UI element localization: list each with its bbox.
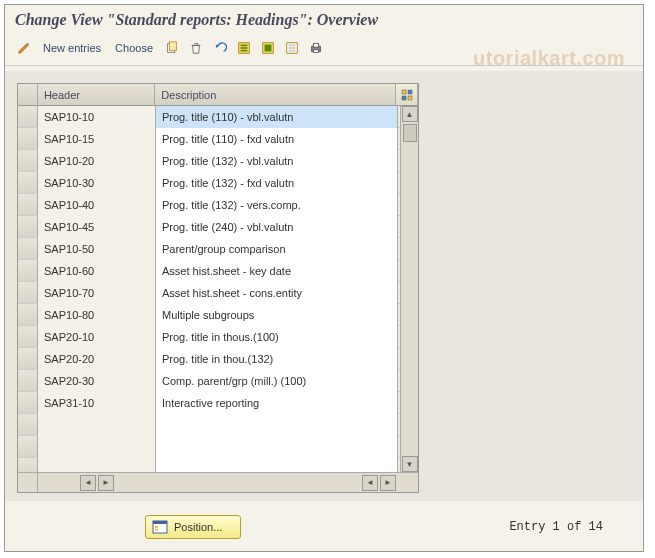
- cell-header[interactable]: SAP10-80: [38, 304, 156, 326]
- cell-description[interactable]: Prog. title (110) - fxd valutn: [156, 128, 398, 150]
- cell-header[interactable]: SAP20-30: [38, 370, 156, 392]
- cell-description[interactable]: Prog. title in thous.(100): [156, 326, 398, 348]
- cell-header[interactable]: SAP20-10: [38, 326, 156, 348]
- cell-description[interactable]: [156, 414, 398, 436]
- row-selector[interactable]: [18, 370, 38, 391]
- entry-status: Entry 1 of 14: [509, 520, 603, 534]
- deselect-all-icon[interactable]: [283, 39, 301, 57]
- row-selector[interactable]: [18, 282, 38, 303]
- select-all-icon[interactable]: [235, 39, 253, 57]
- vertical-scrollbar[interactable]: ▲ ▼: [400, 106, 418, 472]
- table-row[interactable]: SAP10-15Prog. title (110) - fxd valutn: [18, 128, 418, 150]
- scroll-thumb[interactable]: [403, 124, 417, 142]
- svg-rect-18: [408, 96, 412, 100]
- row-selector[interactable]: [18, 238, 38, 259]
- table-row[interactable]: SAP31-10Interactive reporting: [18, 392, 418, 414]
- svg-rect-21: [155, 526, 158, 528]
- table-row[interactable]: SAP10-80Multiple subgroups: [18, 304, 418, 326]
- table-row[interactable]: SAP20-30Comp. parent/grp (mill.) (100): [18, 370, 418, 392]
- table-row[interactable]: SAP10-70Asset hist.sheet - cons.entity: [18, 282, 418, 304]
- column-header-header[interactable]: Header: [38, 84, 155, 106]
- horizontal-scrollbar[interactable]: ◄ ► ◄ ►: [18, 472, 418, 492]
- cell-header[interactable]: SAP10-60: [38, 260, 156, 282]
- row-selector[interactable]: [18, 304, 38, 325]
- row-selector[interactable]: [18, 150, 38, 171]
- cell-description[interactable]: Prog. title (132) - vers.comp.: [156, 194, 398, 216]
- cell-header[interactable]: SAP10-45: [38, 216, 156, 238]
- cell-header[interactable]: SAP10-20: [38, 150, 156, 172]
- svg-rect-20: [153, 521, 167, 524]
- delete-icon[interactable]: [187, 39, 205, 57]
- cell-header[interactable]: SAP10-30: [38, 172, 156, 194]
- table-row[interactable]: SAP10-40Prog. title (132) - vers.comp.: [18, 194, 418, 216]
- table-row[interactable]: SAP10-30Prog. title (132) - fxd valutn: [18, 172, 418, 194]
- row-selector[interactable]: [18, 436, 38, 457]
- cell-header[interactable]: [38, 414, 156, 436]
- scroll-up-icon[interactable]: ▲: [402, 106, 418, 122]
- cell-header[interactable]: SAP10-40: [38, 194, 156, 216]
- svg-rect-10: [289, 47, 296, 49]
- svg-rect-7: [265, 45, 272, 52]
- table-row[interactable]: [18, 414, 418, 436]
- table-row[interactable]: [18, 436, 418, 458]
- row-selector[interactable]: [18, 260, 38, 281]
- svg-rect-15: [402, 90, 406, 94]
- data-grid: Header Description SAP10-10Prog. title (…: [17, 83, 419, 493]
- choose-button[interactable]: Choose: [111, 42, 157, 54]
- svg-rect-5: [241, 50, 248, 52]
- copy-icon[interactable]: [163, 39, 181, 57]
- cell-description[interactable]: Prog. title (132) - vbl.valutn: [156, 150, 398, 172]
- cell-description[interactable]: Parent/group comparison: [156, 238, 398, 260]
- cell-description[interactable]: [156, 436, 398, 458]
- cell-header[interactable]: SAP20-20: [38, 348, 156, 370]
- cell-header[interactable]: SAP10-15: [38, 128, 156, 150]
- row-selector[interactable]: [18, 348, 38, 369]
- table-row[interactable]: SAP20-10Prog. title in thous.(100): [18, 326, 418, 348]
- cell-description[interactable]: Prog. title (132) - fxd valutn: [156, 172, 398, 194]
- row-selector[interactable]: [18, 194, 38, 215]
- row-selector[interactable]: [18, 392, 38, 413]
- table-row[interactable]: SAP10-50Parent/group comparison: [18, 238, 418, 260]
- cell-description[interactable]: Prog. title (240) - vbl.valutn: [156, 216, 398, 238]
- row-selector[interactable]: [18, 106, 38, 127]
- cell-header[interactable]: SAP10-50: [38, 238, 156, 260]
- print-icon[interactable]: [307, 39, 325, 57]
- grid-corner-left[interactable]: [18, 84, 38, 106]
- cell-description[interactable]: Multiple subgroups: [156, 304, 398, 326]
- select-block-icon[interactable]: [259, 39, 277, 57]
- toggle-edit-icon[interactable]: [15, 39, 33, 57]
- undo-icon[interactable]: [211, 39, 229, 57]
- cell-description[interactable]: Asset hist.sheet - key date: [156, 260, 398, 282]
- row-selector[interactable]: [18, 414, 38, 435]
- grid-settings-icon[interactable]: [396, 84, 418, 106]
- cell-description[interactable]: Interactive reporting: [156, 392, 398, 414]
- row-selector[interactable]: [18, 172, 38, 193]
- scroll-left1-icon[interactable]: ◄: [80, 475, 96, 491]
- cell-header[interactable]: SAP31-10: [38, 392, 156, 414]
- row-selector[interactable]: [18, 128, 38, 149]
- scroll-right1-icon[interactable]: ►: [98, 475, 114, 491]
- cell-header[interactable]: [38, 436, 156, 458]
- table-row[interactable]: SAP20-20Prog. title in thou.(132): [18, 348, 418, 370]
- cell-description[interactable]: Comp. parent/grp (mill.) (100): [156, 370, 398, 392]
- svg-rect-17: [402, 96, 406, 100]
- row-selector[interactable]: [18, 216, 38, 237]
- table-row[interactable]: SAP10-10Prog. title (110) - vbl.valutn: [18, 106, 418, 128]
- scroll-right2-icon[interactable]: ►: [380, 475, 396, 491]
- cell-header[interactable]: SAP10-10: [38, 106, 156, 128]
- cell-description[interactable]: Asset hist.sheet - cons.entity: [156, 282, 398, 304]
- svg-rect-4: [241, 47, 248, 49]
- cell-description[interactable]: Prog. title in thou.(132): [156, 348, 398, 370]
- position-button[interactable]: Position...: [145, 515, 241, 539]
- table-row[interactable]: SAP10-45Prog. title (240) - vbl.valutn: [18, 216, 418, 238]
- table-row[interactable]: SAP10-20Prog. title (132) - vbl.valutn: [18, 150, 418, 172]
- new-entries-button[interactable]: New entries: [39, 42, 105, 54]
- row-selector[interactable]: [18, 326, 38, 347]
- table-row[interactable]: SAP10-60Asset hist.sheet - key date: [18, 260, 418, 282]
- toolbar: New entries Choose: [5, 35, 643, 66]
- scroll-down-icon[interactable]: ▼: [402, 456, 418, 472]
- scroll-left2-icon[interactable]: ◄: [362, 475, 378, 491]
- cell-description[interactable]: Prog. title (110) - vbl.valutn: [156, 106, 398, 128]
- column-header-description[interactable]: Description: [155, 84, 396, 106]
- cell-header[interactable]: SAP10-70: [38, 282, 156, 304]
